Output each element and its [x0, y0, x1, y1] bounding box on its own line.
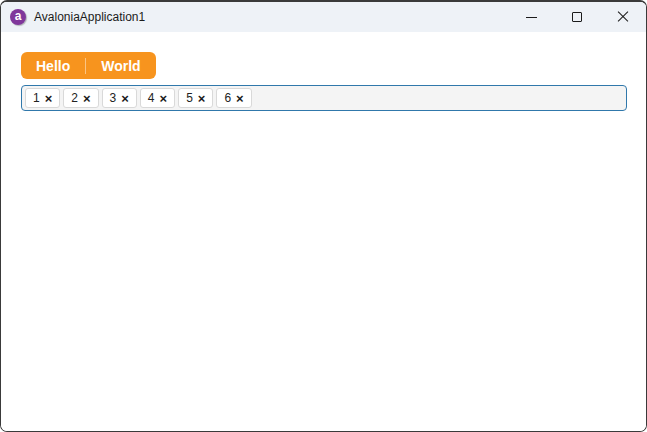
close-button[interactable]: [600, 2, 646, 32]
maximize-icon: [572, 12, 582, 22]
chip-close-icon[interactable]: ×: [121, 92, 129, 105]
chip-label: 2: [71, 91, 78, 105]
tab-hello[interactable]: Hello: [21, 52, 85, 79]
chip-item: 3×: [102, 88, 137, 108]
close-icon: [617, 11, 629, 23]
chip-close-icon[interactable]: ×: [160, 92, 168, 105]
chip-item: 1×: [25, 88, 60, 108]
tab-strip: Hello World: [21, 52, 156, 79]
app-window: a AvaloniaApplication1 Hello World 1×2×3…: [0, 0, 647, 432]
window-controls: [508, 2, 646, 32]
window-title: AvaloniaApplication1: [34, 10, 145, 24]
maximize-button[interactable]: [554, 2, 600, 32]
chip-label: 3: [110, 91, 117, 105]
chip-close-icon[interactable]: ×: [198, 92, 206, 105]
chip-close-icon[interactable]: ×: [236, 92, 244, 105]
chip-item: 2×: [63, 88, 98, 108]
minimize-button[interactable]: [508, 2, 554, 32]
chip-label: 5: [186, 91, 193, 105]
chip-label: 4: [148, 91, 155, 105]
chip-item: 4×: [140, 88, 175, 108]
chip-label: 1: [33, 91, 40, 105]
chip-item: 6×: [216, 88, 251, 108]
chip-close-icon[interactable]: ×: [45, 92, 53, 105]
chip-item: 5×: [178, 88, 213, 108]
minimize-icon: [526, 17, 537, 18]
chip-close-icon[interactable]: ×: [83, 92, 91, 105]
avalonia-logo-icon: a: [10, 9, 26, 25]
chip-list[interactable]: 1×2×3×4×5×6×: [21, 85, 627, 111]
client-area: Hello World 1×2×3×4×5×6×: [1, 32, 646, 431]
chip-label: 6: [224, 91, 231, 105]
tab-world[interactable]: World: [86, 52, 155, 79]
titlebar: a AvaloniaApplication1: [1, 2, 646, 32]
